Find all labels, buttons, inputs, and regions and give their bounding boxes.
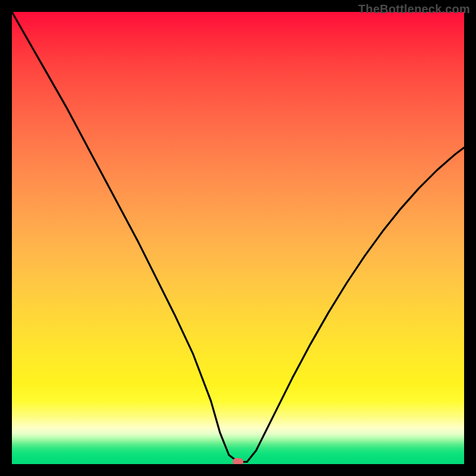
plot-area [12,12,464,464]
bottleneck-curve [12,12,464,464]
chart-frame: TheBottleneck.com [0,0,476,476]
watermark-text: TheBottleneck.com [358,2,470,16]
curve-path [12,12,464,462]
minimum-marker [233,458,243,464]
